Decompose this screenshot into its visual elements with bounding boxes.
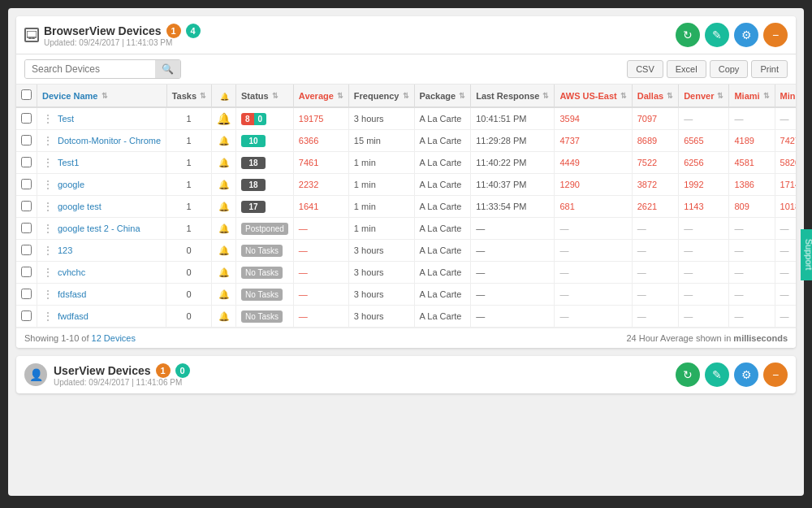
- row-checkbox[interactable]: [21, 157, 32, 167]
- settings-button[interactable]: ⚙: [734, 23, 758, 47]
- bell-cell: 🔔: [212, 152, 236, 174]
- row-menu[interactable]: ⋮: [42, 156, 54, 169]
- remove-button[interactable]: −: [763, 23, 788, 47]
- freq-cell: 3 hours: [348, 107, 414, 130]
- table-row: ⋮ Dotcom-Monitor - Chrome 1🔔10636615 min…: [16, 130, 796, 152]
- search-button[interactable]: 🔍: [155, 60, 180, 78]
- avg-cell: 2232: [293, 174, 348, 196]
- print-button[interactable]: Print: [751, 60, 788, 78]
- row-checkbox[interactable]: [21, 267, 32, 277]
- csv-button[interactable]: CSV: [627, 60, 663, 78]
- status-cell: No Tasks: [236, 306, 294, 328]
- device-name[interactable]: google: [58, 180, 84, 189]
- dallas-cell: —: [632, 284, 678, 306]
- device-name[interactable]: google test 2 - China: [58, 224, 140, 233]
- row-menu[interactable]: ⋮: [42, 288, 54, 301]
- lr-cell: —: [471, 240, 555, 262]
- bell-empty: 🔔: [218, 224, 230, 233]
- row-checkbox[interactable]: [21, 223, 32, 233]
- edit-button[interactable]: ✎: [705, 23, 729, 47]
- status-cell: No Tasks: [236, 262, 294, 284]
- device-name[interactable]: Test1: [58, 158, 79, 167]
- row-checkbox[interactable]: [21, 113, 32, 124]
- uv-edit-button[interactable]: ✎: [705, 363, 729, 387]
- row-checkbox[interactable]: [21, 201, 32, 211]
- support-tab[interactable]: Support: [801, 228, 812, 280]
- row-checkbox[interactable]: [21, 245, 32, 255]
- row-menu[interactable]: ⋮: [42, 112, 54, 125]
- mpls-cell: —: [775, 218, 796, 240]
- row-menu[interactable]: ⋮: [42, 266, 54, 279]
- freq-cell: 1 min: [348, 218, 414, 240]
- tasks-cell: 0: [166, 284, 211, 306]
- uv-refresh-button[interactable]: ↻: [676, 363, 700, 387]
- refresh-button[interactable]: ↻: [676, 23, 700, 47]
- browserview-title: BrowserView Devices: [44, 24, 162, 37]
- freq-cell: 15 min: [348, 130, 414, 152]
- mpls-cell: —: [775, 262, 796, 284]
- bell-empty: 🔔: [218, 136, 230, 145]
- export-buttons: CSV Excel Copy Print: [627, 60, 788, 78]
- freq-cell: 1 min: [348, 174, 414, 196]
- status-cell: Postponed: [236, 218, 294, 240]
- status-postponed: Postponed: [241, 223, 288, 235]
- mpls-cell: 1714: [775, 174, 796, 196]
- device-name[interactable]: cvhchc: [58, 267, 85, 277]
- dallas-cell: 3872: [632, 174, 678, 196]
- pkg-cell: A La Carte: [414, 130, 471, 152]
- lr-cell: 11:33:54 PM: [471, 196, 555, 218]
- row-menu[interactable]: ⋮: [42, 134, 54, 147]
- row-menu[interactable]: ⋮: [42, 310, 54, 323]
- table-row: ⋮ fdsfasd 0🔔No Tasks—3 hoursA La Carte——…: [16, 284, 796, 306]
- row-menu[interactable]: ⋮: [42, 200, 54, 213]
- status-cell: No Tasks: [236, 240, 294, 262]
- uv-remove-button[interactable]: −: [763, 363, 788, 387]
- row-checkbox[interactable]: [21, 289, 32, 299]
- uv-settings-button[interactable]: ⚙: [734, 363, 758, 387]
- denver-cell: —: [679, 240, 729, 262]
- device-name[interactable]: google test: [58, 202, 102, 211]
- pkg-cell: A La Carte: [414, 262, 471, 284]
- status-cell: 10: [236, 130, 294, 152]
- freq-cell: 3 hours: [348, 240, 414, 262]
- copy-button[interactable]: Copy: [710, 60, 749, 78]
- device-name[interactable]: Test: [58, 114, 74, 124]
- row-menu[interactable]: ⋮: [42, 244, 54, 257]
- aws-cell: 3594: [555, 107, 632, 130]
- avatar-icon: 👤: [24, 363, 47, 386]
- table-row: ⋮ google 1🔔1822321 minA La Carte11:40:37…: [16, 174, 796, 196]
- devices-link[interactable]: 12 Devices: [92, 333, 136, 343]
- denver-cell: —: [679, 262, 729, 284]
- device-name[interactable]: Dotcom-Monitor - Chrome: [58, 136, 161, 145]
- row-checkbox[interactable]: [21, 135, 32, 145]
- status-notasks: No Tasks: [241, 310, 283, 323]
- toolbar: 🔍 CSV Excel Copy Print: [16, 54, 796, 85]
- userview-badge1: 1: [156, 363, 171, 378]
- denver-cell: 6256: [679, 152, 729, 174]
- pkg-cell: A La Carte: [414, 218, 471, 240]
- search-input[interactable]: [25, 60, 155, 78]
- excel-button[interactable]: Excel: [667, 60, 706, 78]
- freq-cell: 3 hours: [348, 262, 414, 284]
- table-row: ⋮ google test 1🔔1716411 minA La Carte11:…: [16, 196, 796, 218]
- device-name[interactable]: fdsfasd: [58, 289, 86, 299]
- device-name[interactable]: fwdfasd: [58, 311, 89, 321]
- status-notasks: No Tasks: [241, 245, 283, 257]
- lr-cell: 11:40:22 PM: [471, 152, 555, 174]
- row-menu[interactable]: ⋮: [42, 222, 54, 235]
- bell-empty: 🔔: [218, 289, 230, 299]
- select-all-checkbox[interactable]: [21, 89, 32, 100]
- row-menu[interactable]: ⋮: [42, 178, 54, 191]
- pkg-cell: A La Carte: [414, 284, 471, 306]
- tasks-cell: 1: [166, 218, 211, 240]
- devices-table-wrapper[interactable]: Device Name ⇅ Tasks ⇅ 🔔 Status ⇅ Average…: [16, 85, 796, 328]
- avg-cell: 7461: [293, 152, 348, 174]
- pkg-cell: A La Carte: [414, 174, 471, 196]
- device-name[interactable]: 123: [58, 245, 72, 255]
- tasks-cell: 1: [166, 107, 211, 130]
- tasks-cell: 0: [166, 306, 211, 328]
- status-notasks: No Tasks: [241, 289, 283, 301]
- bell-cell: 🔔: [212, 196, 236, 218]
- row-checkbox[interactable]: [21, 179, 32, 189]
- row-checkbox[interactable]: [21, 310, 32, 321]
